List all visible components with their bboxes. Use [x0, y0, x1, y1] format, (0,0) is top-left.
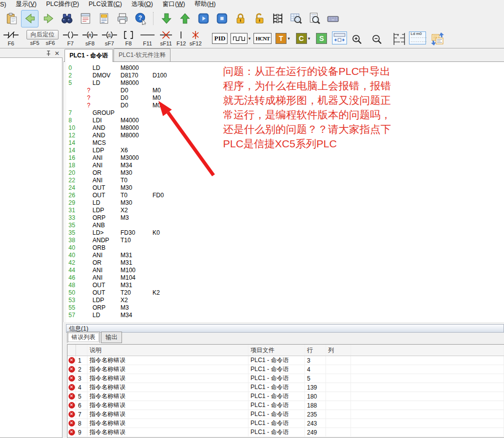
help-button[interactable]: ? — [132, 10, 150, 27]
error-icon: ✕ — [68, 402, 75, 409]
code-line[interactable]: 35 LD> FD30 K0 — [64, 229, 504, 237]
close-icon[interactable]: ✕ — [54, 51, 60, 56]
delete-horizontal-line-button[interactable]: sF11 — [159, 30, 173, 46]
pid-button[interactable]: PID — [212, 33, 227, 44]
find-in-grid-button[interactable] — [287, 10, 304, 27]
ladder-view-button[interactable] — [392, 32, 407, 46]
print-button[interactable] — [114, 10, 131, 27]
zoom-in-button[interactable] — [352, 34, 362, 45]
menu-item[interactable]: 窗口(W) — [162, 0, 185, 8]
error-row[interactable]: ✕ 5 指令名称错误 PLC1 - 命令语 180 — [68, 392, 504, 401]
run-plc-button[interactable] — [194, 10, 212, 27]
soft-keyboard-button[interactable] — [324, 10, 342, 27]
error-row[interactable]: ✕ 7 指令名称错误 PLC1 - 命令语 235 — [68, 410, 504, 419]
code-line[interactable]: 42 OR M31 — [64, 259, 504, 267]
code-line[interactable]: 53 LDP X2 — [64, 297, 504, 304]
error-row[interactable]: ✕ 4 指令名称错误 PLC1 - 命令语 139 — [68, 383, 504, 392]
set-coil-button[interactable]: S sF7 — [102, 30, 118, 46]
code-line[interactable]: 55 ORP M3 — [64, 304, 504, 312]
column-header-line[interactable]: 行 — [305, 345, 326, 356]
find-button[interactable] — [58, 10, 76, 27]
tab-error-list[interactable]: 错误列表 — [67, 332, 100, 343]
pulse-button[interactable] — [230, 33, 248, 44]
function-block-button[interactable]: F8 — [121, 30, 136, 46]
column-header-description[interactable]: 说明 — [88, 345, 248, 356]
error-column — [326, 401, 351, 410]
back-locate-button[interactable]: 向后定位 sF5 sF6 — [26, 30, 58, 46]
delete-vertical-line-button[interactable]: sF12 — [190, 30, 202, 46]
error-row[interactable]: ✕ 6 指令名称错误 PLC1 - 命令语 188 — [68, 401, 504, 410]
tab-plc1-instruction-list[interactable]: PLC1 - 命令语 — [64, 49, 113, 62]
code-line[interactable]: 20 OR M30 — [64, 169, 504, 177]
code-line[interactable]: 50 OUT T20 K2 — [64, 289, 504, 297]
find-in-document-button[interactable] — [306, 10, 323, 27]
stop-plc-button[interactable] — [213, 10, 230, 27]
code-line[interactable]: 22 ANI T0 — [64, 177, 504, 184]
code-line[interactable]: 57 LD M34 — [64, 312, 504, 319]
code-line[interactable]: 48 OUT M31 — [64, 282, 504, 289]
error-row[interactable]: ✕ 8 指令名称错误 PLC1 - 命令语 243 — [68, 419, 504, 428]
code-line[interactable]: 24 OUT M30 — [64, 184, 504, 192]
nc-contact-button[interactable]: F6 — [3, 30, 19, 46]
instruction-view-toggle[interactable]: Ld m0 ········· ········· — [409, 31, 426, 44]
download-to-plc-button[interactable] — [158, 10, 175, 27]
column-header-project-file[interactable]: 项目文件 — [248, 345, 305, 356]
opcode: MCS — [92, 139, 106, 146]
upload-from-plc-button[interactable] — [176, 10, 194, 27]
code-line[interactable]: 40 ANI M31 — [64, 252, 504, 259]
operand-1: D0 — [120, 94, 128, 101]
paste-button[interactable] — [2, 10, 20, 27]
zoom-out-button[interactable] — [372, 34, 382, 45]
hcnt-button[interactable]: HCNT — [254, 33, 272, 44]
menu-item[interactable]: PLC操作(P) — [46, 0, 79, 8]
coil-button[interactable]: F7 — [62, 30, 78, 46]
error-row[interactable]: ✕ 3 指令名称错误 PLC1 - 命令语 5 — [68, 374, 504, 383]
menu-item[interactable]: 显示(V) — [16, 0, 37, 8]
left-panel-body[interactable] — [0, 57, 62, 438]
counter-button[interactable]: C — [296, 33, 307, 44]
tab-plc1-device-comment[interactable]: PLC1-软元件注释 — [114, 48, 170, 61]
pulse-dropdown-arrow[interactable]: ▾ — [248, 36, 251, 44]
navigate-back-button[interactable] — [21, 10, 38, 27]
column-width-toggle[interactable] — [332, 31, 347, 44]
menu-item[interactable]: PLC设置(C) — [88, 0, 122, 8]
error-row[interactable]: ✕ 9 指令名称错误 PLC1 - 命令语 249 — [68, 428, 504, 437]
document-button[interactable] — [95, 10, 112, 27]
pin-icon[interactable] — [46, 50, 51, 56]
line-step-number: 46 — [68, 274, 75, 281]
menu-item[interactable]: S) — [0, 1, 6, 8]
convert-view-button[interactable] — [430, 31, 445, 46]
code-line[interactable]: 29 LD M30 — [64, 199, 504, 207]
code-line[interactable]: 38 ANDP T10 — [64, 237, 504, 244]
code-line[interactable]: 35 ANB — [64, 222, 504, 229]
code-line[interactable]: 26 OUT T0 FD0 — [64, 192, 504, 199]
code-line[interactable]: 44 ANI M100 — [64, 267, 504, 274]
navigate-forward-button[interactable] — [40, 10, 57, 27]
code-line[interactable]: 46 ANI M104 — [64, 274, 504, 282]
error-table-body: ✕ 1 指令名称错误 PLC1 - 命令语 3 ✕ 2 指令名称错误 — [68, 356, 504, 437]
code-line[interactable]: 16 ANI M3000 — [64, 154, 504, 162]
timer-dropdown-arrow[interactable]: ▾ — [288, 36, 290, 44]
io-config-button[interactable] — [268, 10, 286, 27]
instruction-list-editor[interactable]: 0 LD M8000 2 DMOV D8170 D100 — [64, 62, 504, 322]
code-line[interactable]: 18 ANI M34 — [64, 162, 504, 169]
export-document-button[interactable] — [76, 10, 94, 27]
column-header-column[interactable]: 列 — [326, 345, 351, 356]
vertical-line-button[interactable]: F12 — [176, 30, 186, 46]
timer-button[interactable]: T — [276, 33, 286, 44]
lock-button[interactable] — [232, 10, 249, 27]
error-row[interactable]: ✕ 1 指令名称错误 PLC1 - 命令语 3 — [68, 356, 504, 365]
unlock-button[interactable] — [250, 10, 268, 27]
code-line[interactable]: 33 ORP M3 — [64, 214, 504, 222]
menu-item[interactable]: 选项(O) — [132, 0, 153, 8]
code-line[interactable]: 31 LDP X2 — [64, 207, 504, 214]
menu-item[interactable]: 帮助(H) — [194, 0, 216, 8]
error-row[interactable]: ✕ 2 指令名称错误 PLC1 - 命令语 4 — [68, 365, 504, 374]
reset-coil-button[interactable]: R sF8 — [82, 30, 98, 46]
tab-output[interactable]: 输出 — [101, 332, 122, 343]
line-step-number: 31 — [68, 207, 75, 214]
code-line[interactable]: 40 ORB — [64, 244, 504, 252]
horizontal-line-button[interactable]: F11 — [140, 30, 156, 46]
state-button[interactable]: S — [316, 33, 327, 44]
counter-dropdown-arrow[interactable]: ▾ — [308, 36, 310, 44]
